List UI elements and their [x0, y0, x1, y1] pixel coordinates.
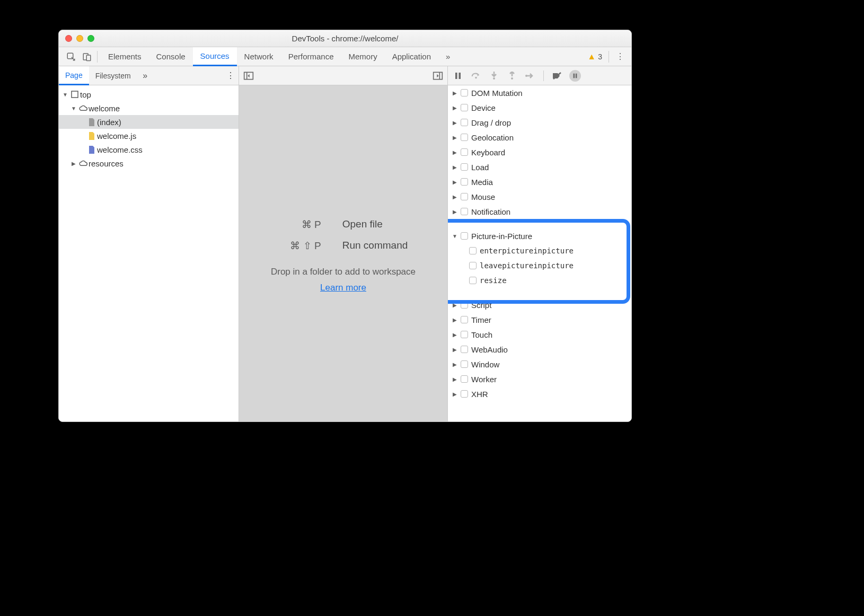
show-debugger-icon[interactable]: [433, 71, 443, 81]
checkbox[interactable]: [461, 316, 468, 323]
chevron-right-icon: ▶: [451, 391, 459, 397]
tabs-overflow[interactable]: »: [438, 47, 457, 66]
bp-category[interactable]: ▶Mouse: [448, 189, 631, 204]
checkbox[interactable]: [461, 360, 468, 368]
step-out-icon[interactable]: [506, 72, 518, 80]
tree-item-resources[interactable]: resources: [59, 156, 239, 170]
bp-label: Keyboard: [471, 148, 505, 157]
bp-label: Device: [471, 103, 496, 112]
svg-rect-15: [576, 73, 577, 78]
step-into-icon[interactable]: [488, 72, 500, 80]
checkbox[interactable]: [461, 104, 468, 111]
checkbox[interactable]: [461, 193, 468, 200]
kebab-menu-icon[interactable]: ⋮: [612, 47, 628, 66]
pause-icon[interactable]: [452, 72, 464, 80]
frame-icon: [69, 91, 80, 98]
checkbox[interactable]: [461, 390, 468, 398]
chevron-right-icon: ▶: [451, 179, 459, 185]
chevron-right-icon: ▶: [451, 120, 459, 126]
subtab-filesystem[interactable]: Filesystem: [89, 66, 137, 85]
step-over-icon[interactable]: [470, 72, 482, 80]
checkbox[interactable]: [461, 119, 468, 126]
tree-item-index[interactable]: (index): [59, 115, 239, 129]
checkbox[interactable]: [469, 262, 477, 269]
learn-more-link[interactable]: Learn more: [320, 283, 366, 293]
bp-category[interactable]: ▶Media: [448, 174, 631, 189]
checkbox[interactable]: [469, 247, 477, 254]
bp-category[interactable]: ▶Timer: [448, 312, 631, 327]
tab-application[interactable]: Application: [385, 47, 438, 66]
tab-memory[interactable]: Memory: [341, 47, 385, 66]
bp-category[interactable]: ▶Worker: [448, 372, 631, 386]
chevron-right-icon: ▶: [451, 194, 459, 200]
checkbox[interactable]: [461, 178, 468, 186]
tab-console[interactable]: Console: [149, 47, 193, 66]
tree-item-top[interactable]: top: [59, 87, 239, 101]
chevron-down-icon: ▼: [451, 233, 459, 239]
chevron-right-icon: ▶: [451, 135, 459, 140]
secondary-toolbar: Page Filesystem » ⋮: [59, 66, 631, 85]
bp-label: Touch: [471, 330, 492, 339]
checkbox[interactable]: [461, 208, 468, 215]
checkbox[interactable]: [461, 346, 468, 353]
deactivate-breakpoints-icon[interactable]: [551, 72, 563, 80]
bp-label: resize: [480, 276, 507, 285]
tab-network[interactable]: Network: [237, 47, 281, 66]
bp-item[interactable]: enterpictureinpicture: [467, 243, 631, 258]
bp-category[interactable]: ▶DOM Mutation: [448, 85, 631, 100]
tree-item-welcome[interactable]: welcome: [59, 101, 239, 115]
step-icon[interactable]: [524, 73, 536, 79]
bp-category[interactable]: ▶Keyboard: [448, 145, 631, 160]
device-toolbar-icon[interactable]: [79, 47, 95, 66]
checkbox[interactable]: [461, 331, 468, 338]
breakpoints-pane: ▶DOM Mutation ▶Device ▶Drag / drop ▶Geol…: [448, 85, 631, 421]
checkbox[interactable]: [469, 277, 477, 284]
bp-category-pip[interactable]: ▼Picture-in-Picture: [448, 228, 631, 243]
checkbox[interactable]: [461, 134, 468, 141]
pause-on-exceptions-icon[interactable]: [569, 70, 581, 82]
show-navigator-icon[interactable]: [243, 71, 254, 81]
bp-label: DOM Mutation: [471, 89, 523, 98]
separator: [97, 51, 98, 63]
tab-elements[interactable]: Elements: [101, 47, 149, 66]
chevron-right-icon: ▶: [451, 149, 459, 155]
bp-category[interactable]: ▶Touch: [448, 327, 631, 342]
window-title: DevTools - chrome://welcome/: [59, 34, 631, 43]
chevron-down-icon: [69, 104, 78, 112]
bp-category[interactable]: ▶Drag / drop: [448, 115, 631, 130]
bp-category[interactable]: ▶WebAudio: [448, 342, 631, 357]
bp-category[interactable]: ▶Script: [448, 297, 631, 312]
tree-label: welcome.css: [97, 145, 143, 154]
warning-icon: ▲: [587, 52, 596, 61]
bp-category[interactable]: ▶Device: [448, 100, 631, 115]
tree-label: top: [80, 90, 91, 99]
navigator-more-icon[interactable]: ⋮: [223, 71, 239, 81]
checkbox[interactable]: [461, 232, 468, 240]
checkbox[interactable]: [461, 301, 468, 309]
bp-category[interactable]: ▶Notification: [448, 204, 631, 219]
bp-item[interactable]: resize: [467, 273, 631, 288]
bp-category[interactable]: ▶Geolocation: [448, 130, 631, 145]
checkbox[interactable]: [461, 89, 468, 96]
bp-category[interactable]: ▶Window: [448, 357, 631, 372]
bp-category[interactable]: ▶Load: [448, 160, 631, 174]
subtabs-overflow[interactable]: »: [137, 71, 153, 81]
bp-item[interactable]: leavepictureinpicture: [467, 258, 631, 273]
tree-item-welcome-css[interactable]: welcome.css: [59, 143, 239, 156]
bp-category[interactable]: ▶XHR: [448, 386, 631, 401]
tree-item-welcome-js[interactable]: welcome.js: [59, 129, 239, 143]
checkbox[interactable]: [461, 163, 468, 171]
warnings-badge[interactable]: ▲ 3: [584, 52, 605, 61]
sources-body: top welcome (index) welcome.js: [59, 85, 631, 421]
svg-rect-8: [459, 73, 461, 79]
chevron-right-icon: ▶: [451, 209, 459, 215]
svg-rect-16: [72, 91, 78, 98]
bp-label: Timer: [471, 315, 491, 324]
debugger-toolbar: [448, 66, 631, 85]
inspect-element-icon[interactable]: [63, 47, 79, 66]
checkbox[interactable]: [461, 375, 468, 383]
checkbox[interactable]: [461, 148, 468, 156]
subtab-page[interactable]: Page: [59, 66, 89, 85]
tab-performance[interactable]: Performance: [281, 47, 341, 66]
tab-sources[interactable]: Sources: [193, 47, 237, 66]
